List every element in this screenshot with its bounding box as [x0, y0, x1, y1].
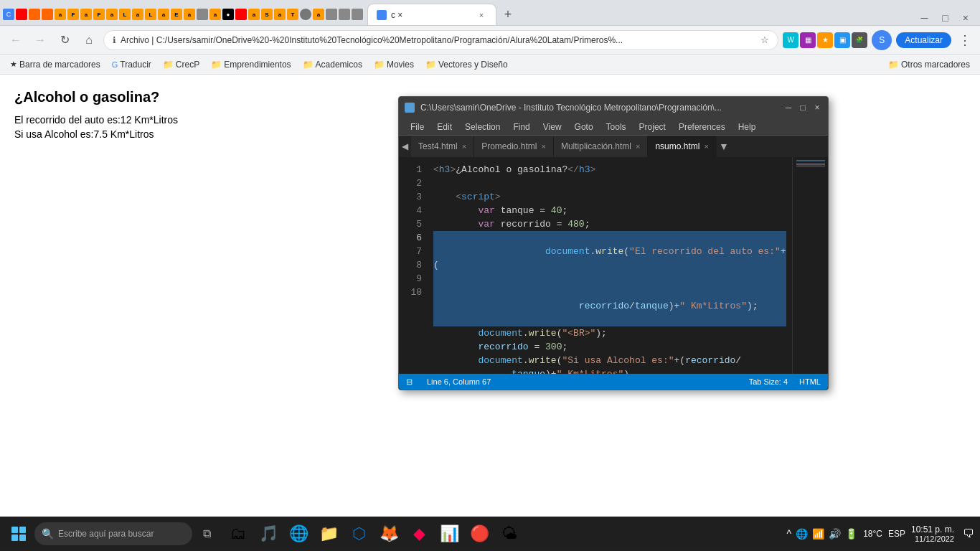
menu-view[interactable]: View — [537, 121, 567, 133]
code-line-7: document.write("<BR>"); — [433, 326, 786, 340]
menu-goto[interactable]: Goto — [569, 121, 599, 133]
tb-app-chrome[interactable]: 🌐 — [284, 519, 313, 548]
taskbar-search[interactable]: 🔍 Escribe aquí para buscar — [34, 522, 192, 545]
tab-favicon-12: L — [145, 9, 156, 20]
tab-favicon-7: a — [80, 9, 92, 20]
close-btn[interactable]: × — [957, 11, 974, 25]
tb-app-idea[interactable]: ◆ — [405, 519, 433, 548]
tab-favicon-22: a — [274, 9, 286, 20]
tb-app-weather[interactable]: 🌤 — [495, 519, 524, 548]
bookmark-star-icon[interactable]: ☆ — [760, 34, 769, 45]
tb-media-icon: 🎵 — [259, 524, 278, 543]
tb-app-vscode[interactable]: ⬡ — [344, 519, 373, 548]
code-line-2 — [433, 176, 786, 190]
tray-wifi-icon[interactable]: 📶 — [812, 528, 824, 540]
tray-volume-icon[interactable]: 🔊 — [829, 528, 841, 540]
bookmark-emprend[interactable]: 📁 Emprendimientos — [207, 58, 295, 71]
editor-window-controls: ─ □ × — [783, 103, 822, 113]
tabs-scroll-right[interactable]: ▼ — [717, 136, 731, 157]
bookmark-movies-label: Movies — [387, 60, 414, 70]
tb-app-folder-img[interactable]: 🗂 — [224, 519, 253, 548]
ext-wr[interactable]: W — [783, 32, 798, 48]
menu-selection[interactable]: Selection — [459, 121, 506, 133]
system-clock[interactable]: 10:51 p. m. 11/12/2022 — [911, 524, 954, 543]
ext-4[interactable]: ▣ — [834, 32, 850, 48]
start-button[interactable] — [6, 521, 32, 547]
tray-battery-icon[interactable]: 🔋 — [845, 528, 857, 540]
bookmark-crecp[interactable]: 📁 CrecP — [159, 58, 204, 71]
address-bar: ← → ↻ ⌂ ℹ Archivo | C:/Users/samir/OneDr… — [0, 26, 980, 55]
line-num-5: 5 — [399, 217, 422, 231]
chrome-menu-btn[interactable]: ⋮ — [956, 32, 974, 48]
tab-close-promedio[interactable]: × — [542, 142, 546, 151]
menu-preferences[interactable]: Preferences — [673, 121, 731, 133]
editor-close-btn[interactable]: × — [812, 103, 822, 113]
editor-tab-promedio[interactable]: Promedio.html × — [474, 136, 554, 157]
tb-app-app1[interactable]: 📊 — [435, 519, 463, 548]
line-num-8: 8 — [399, 258, 422, 272]
editor-title-text: C:\Users\samir\OneDrive - Instituto Tecn… — [420, 103, 778, 113]
tab-favicon-10: L — [119, 9, 131, 20]
bookmark-vectores[interactable]: 📁 Vectores y Diseño — [421, 58, 512, 71]
editor-restore-btn[interactable]: □ — [798, 103, 808, 113]
taskbar-apps: 🗂 🎵 🌐 📁 ⬡ 🦊 ◆ — [224, 519, 524, 548]
menu-tools[interactable]: Tools — [600, 121, 632, 133]
ext-3[interactable]: ★ — [817, 32, 833, 48]
code-line-4: var tanque = 40; — [433, 204, 786, 217]
tb-app-media[interactable]: 🎵 — [254, 519, 283, 548]
editor-minimize-btn[interactable]: ─ — [783, 103, 793, 113]
home-btn[interactable]: ⌂ — [79, 30, 99, 50]
tray-arrow-icon[interactable]: ^ — [787, 528, 792, 540]
win-sq-2 — [19, 527, 26, 533]
menu-edit[interactable]: Edit — [431, 121, 458, 133]
tab-close-nsumo[interactable]: × — [704, 142, 708, 151]
bookmark-otros[interactable]: 📁 Otros marcadores — [884, 58, 974, 71]
reload-btn[interactable]: ↻ — [55, 30, 75, 50]
active-tab[interactable]: c × × — [367, 4, 496, 25]
tabs-scroll-left[interactable]: ◀ — [399, 141, 411, 151]
restore-btn[interactable]: □ — [936, 11, 953, 25]
editor-tab-test4[interactable]: Test4.html × — [411, 136, 474, 157]
profile-btn[interactable]: S — [872, 30, 892, 50]
menu-file[interactable]: File — [405, 121, 430, 133]
minimap-content — [796, 160, 825, 217]
tab-favicon-2 — [16, 9, 27, 20]
forward-btn[interactable]: → — [30, 30, 50, 50]
address-input[interactable]: ℹ Archivo | C:/Users/samir/OneDrive%20-%… — [103, 30, 778, 50]
task-view-btn[interactable]: ⧉ — [195, 522, 218, 545]
tab-close-multiplicacion[interactable]: × — [636, 142, 640, 151]
tb-app-files[interactable]: 📁 — [314, 519, 343, 548]
tab-close-btn[interactable]: × — [476, 9, 487, 21]
tb-app-app2[interactable]: 🔴 — [465, 519, 494, 548]
ext-puzzle[interactable]: 🧩 — [852, 32, 867, 48]
line-num-4: 4 — [399, 204, 422, 217]
window-controls: ─ □ × — [909, 11, 980, 25]
browser-frame: C a F a F a L a L a E a a — [0, 0, 980, 551]
new-tab-btn[interactable]: + — [498, 4, 518, 24]
tb-app-firefox[interactable]: 🦊 — [374, 519, 403, 548]
minimize-btn[interactable]: ─ — [915, 11, 933, 25]
tab-favicon-25: a — [313, 9, 324, 20]
task-view-icon: ⧉ — [203, 527, 211, 540]
menu-find[interactable]: Find — [507, 121, 535, 133]
code-area[interactable]: <h3>¿Alcohol o gasolina?</h3> <script> v… — [428, 157, 792, 374]
editor-statusbar: ⊟ Line 6, Column 67 Tab Size: 4 HTML — [399, 374, 828, 390]
menu-help[interactable]: Help — [732, 121, 762, 133]
bookmark-crecp-label: CrecP — [176, 60, 199, 70]
menu-project[interactable]: Project — [633, 121, 672, 133]
tray-network-icon[interactable]: 🌐 — [796, 528, 808, 540]
bookmark-academicos[interactable]: 📁 Academicos — [298, 58, 367, 71]
line-num-1: 1 — [399, 163, 422, 176]
back-btn[interactable]: ← — [6, 30, 26, 50]
bookmark-translate[interactable]: G Traducir — [108, 58, 156, 71]
editor-tab-nsumo[interactable]: nsumo.html × — [648, 136, 716, 157]
status-terminal-icon: ⊟ — [406, 377, 413, 387]
bookmark-movies[interactable]: 📁 Movies — [369, 58, 418, 71]
ext-2[interactable]: ▦ — [800, 32, 816, 48]
language-indicator: ESP — [888, 529, 905, 539]
tab-close-test4[interactable]: × — [462, 142, 466, 151]
update-btn[interactable]: Actualizar — [896, 32, 951, 48]
editor-tab-multiplicacion[interactable]: Multiplicación.html × — [554, 136, 648, 157]
notification-btn[interactable]: 🗨 — [963, 527, 974, 540]
tab-label-promedio: Promedio.html — [481, 141, 537, 151]
